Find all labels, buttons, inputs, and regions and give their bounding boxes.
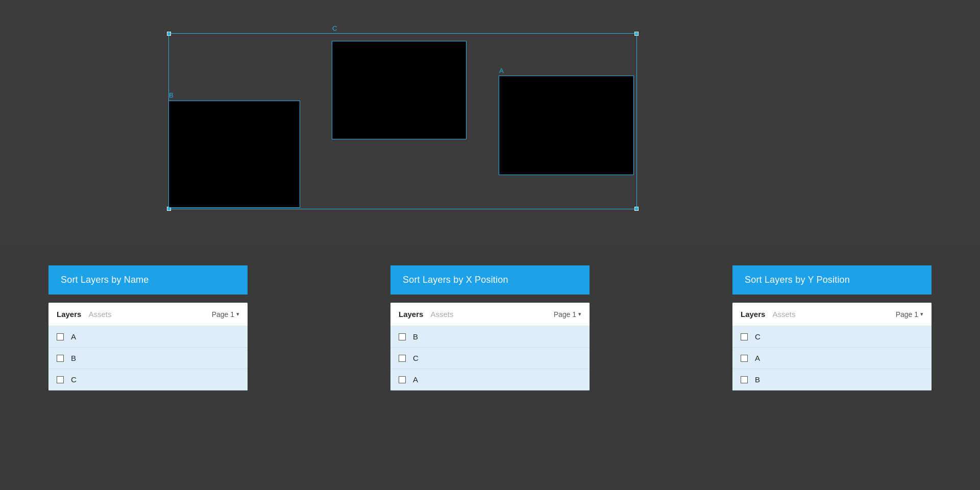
sort-by-x-page-chevron: ▾ [578, 311, 581, 317]
sort-by-x-layers-title: Layers [399, 310, 423, 318]
sort-by-y-checkbox-a[interactable] [741, 355, 748, 362]
panel-sort-by-y: Sort Layers by Y PositionLayersAssetsPag… [732, 265, 932, 390]
sort-by-x-layer-row-a[interactable]: A [390, 369, 590, 390]
sort-by-x-layer-row-b[interactable]: B [390, 326, 590, 348]
sort-by-y-checkbox-b[interactable] [741, 376, 748, 383]
sort-by-x-checkbox-b[interactable] [399, 333, 406, 340]
handle-tr[interactable] [634, 32, 639, 36]
rect-b[interactable] [168, 101, 300, 208]
sort-by-x-layer-row-c[interactable]: C [390, 348, 590, 369]
sort-by-name-layer-name-c: C [71, 375, 77, 384]
sort-by-name-layer-row-a[interactable]: A [48, 326, 248, 348]
sort-by-x-layer-name-c: C [413, 354, 419, 362]
sort-by-y-assets-label[interactable]: Assets [772, 310, 795, 318]
sort-by-y-layer-row-c[interactable]: C [732, 326, 932, 348]
sort-by-name-page-selector[interactable]: Page 1▾ [212, 310, 239, 318]
sort-by-y-page-selector[interactable]: Page 1▾ [896, 310, 923, 318]
sort-by-x-checkbox-a[interactable] [399, 376, 406, 383]
sort-by-name-layers-panel: LayersAssetsPage 1▾ABC [48, 303, 248, 390]
sort-by-y-layer-name-c: C [755, 332, 761, 341]
sort-by-name-layers-title: Layers [57, 310, 81, 318]
sort-by-y-button[interactable]: Sort Layers by Y Position [732, 265, 932, 295]
sort-by-name-layer-name-a: A [71, 332, 76, 341]
sort-by-y-layers-title: Layers [741, 310, 765, 318]
sort-by-x-page-label: Page 1 [554, 310, 576, 318]
sort-by-y-page-label: Page 1 [896, 310, 918, 318]
panel-sort-by-x: Sort Layers by X PositionLayersAssetsPag… [390, 265, 590, 390]
sort-by-name-page-chevron: ▾ [236, 311, 239, 317]
sort-by-x-layer-name-b: B [413, 332, 418, 341]
sort-by-name-layer-row-c[interactable]: C [48, 369, 248, 390]
rect-a[interactable] [499, 76, 634, 175]
sort-by-y-page-chevron: ▾ [920, 311, 923, 317]
canvas-area: C B A [0, 0, 980, 245]
sort-by-name-layer-row-b[interactable]: B [48, 348, 248, 369]
handle-br[interactable] [634, 207, 639, 211]
sort-by-x-assets-label[interactable]: Assets [430, 310, 453, 318]
sort-by-y-checkbox-c[interactable] [741, 333, 748, 340]
sort-by-x-page-selector[interactable]: Page 1▾ [554, 310, 581, 318]
panels-row: Sort Layers by NameLayersAssetsPage 1▾AB… [0, 245, 980, 390]
layer-a-label: A [499, 67, 504, 75]
layer-c-label: C [332, 24, 337, 32]
sort-by-y-layer-name-b: B [755, 375, 760, 384]
sort-by-x-layers-panel: LayersAssetsPage 1▾BCA [390, 303, 590, 390]
handle-tl[interactable] [167, 32, 171, 36]
rect-c[interactable] [332, 41, 467, 139]
sort-by-x-checkbox-c[interactable] [399, 355, 406, 362]
sort-by-name-layers-header: LayersAssetsPage 1▾ [48, 303, 248, 326]
layer-b-label: B [169, 91, 174, 99]
sort-by-name-button[interactable]: Sort Layers by Name [48, 265, 248, 295]
sort-by-name-checkbox-c[interactable] [57, 376, 64, 383]
sort-by-x-layers-header: LayersAssetsPage 1▾ [390, 303, 590, 326]
panel-sort-by-name: Sort Layers by NameLayersAssetsPage 1▾AB… [48, 265, 248, 390]
sort-by-name-layer-name-b: B [71, 354, 76, 362]
sort-by-name-assets-label[interactable]: Assets [88, 310, 111, 318]
sort-by-y-layer-name-a: A [755, 354, 760, 362]
sort-by-y-layer-row-b[interactable]: B [732, 369, 932, 390]
sort-by-x-button[interactable]: Sort Layers by X Position [390, 265, 590, 295]
sort-by-y-layers-header: LayersAssetsPage 1▾ [732, 303, 932, 326]
sort-by-y-layer-row-a[interactable]: A [732, 348, 932, 369]
sort-by-name-checkbox-a[interactable] [57, 333, 64, 340]
sort-by-name-checkbox-b[interactable] [57, 355, 64, 362]
sort-by-name-page-label: Page 1 [212, 310, 234, 318]
sort-by-x-layer-name-a: A [413, 375, 418, 384]
sort-by-y-layers-panel: LayersAssetsPage 1▾CAB [732, 303, 932, 390]
